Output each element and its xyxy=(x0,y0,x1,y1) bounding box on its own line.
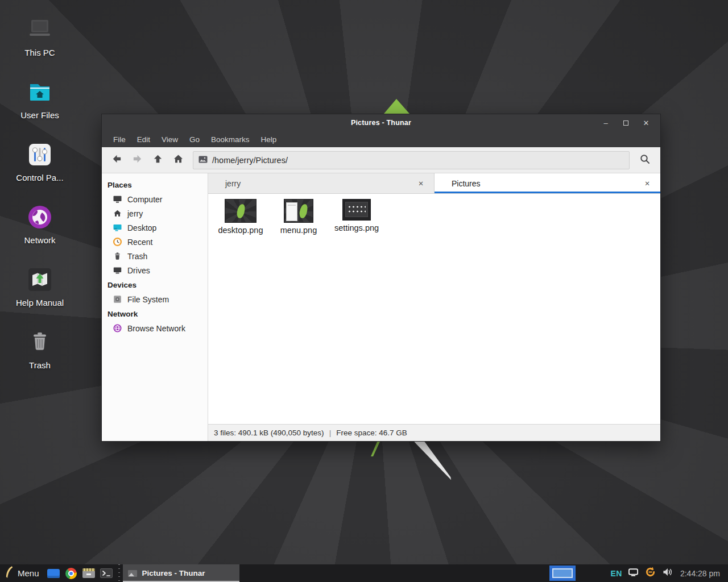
update-manager-tray-item[interactable] xyxy=(642,564,659,582)
sidebar-item-trash[interactable]: Trash xyxy=(102,249,208,263)
launcher-file-manager[interactable] xyxy=(45,564,63,582)
desktop-icon-label: Help Manual xyxy=(7,298,73,307)
sidebar-item-computer[interactable]: Computer xyxy=(102,192,208,206)
desktop-icon-label: Trash xyxy=(7,360,73,370)
file-item[interactable]: settings.png xyxy=(328,199,386,232)
maximize-button[interactable] xyxy=(623,120,628,126)
tab-close-icon[interactable]: ✕ xyxy=(416,178,426,189)
tab-label: jerry xyxy=(225,179,241,188)
network-globe-icon xyxy=(7,202,73,232)
home-icon xyxy=(113,209,122,218)
trash-icon xyxy=(113,251,122,261)
file-thumbnail-menu-png xyxy=(284,199,313,223)
home-icon xyxy=(173,153,184,167)
sidebar-header-places: Places xyxy=(102,177,208,192)
status-bar: 3 files: 490.1 kB (490,050 bytes) | Free… xyxy=(208,424,660,441)
desktop-icon-trash[interactable]: Trash xyxy=(7,327,73,370)
system-tray: EN 2:44:28 pm xyxy=(549,564,728,582)
panel-handle[interactable] xyxy=(117,564,122,582)
search-button[interactable] xyxy=(634,150,656,171)
status-separator: | xyxy=(329,429,332,437)
thunar-window: Pictures - Thunar – ✕ File Edit View Go … xyxy=(101,114,661,442)
file-name: settings.png xyxy=(334,223,379,232)
search-icon xyxy=(639,153,651,167)
sidebar-item-jerry[interactable]: jerry xyxy=(102,206,208,221)
desktop-icon-label: This PC xyxy=(7,48,73,57)
file-item[interactable]: desktop.png xyxy=(212,199,270,235)
language-label: EN xyxy=(610,569,622,578)
desktop-display-icon xyxy=(113,223,122,232)
file-item[interactable]: menu.png xyxy=(270,199,328,235)
taskbar: Menu Pictures - Thunar EN 2:44:28 pm xyxy=(0,564,728,582)
forward-button[interactable] xyxy=(127,151,147,170)
menu-view[interactable]: View xyxy=(156,135,184,144)
launcher-terminal[interactable] xyxy=(98,564,115,582)
sidebar-item-browse-network[interactable]: Browse Network xyxy=(102,321,208,335)
back-button[interactable] xyxy=(106,151,127,170)
title-bar[interactable]: Pictures - Thunar – ✕ xyxy=(102,114,660,131)
desktop-icon-control-panel[interactable]: Control Pa... xyxy=(7,140,73,182)
archive-drawer-icon xyxy=(82,568,95,578)
sidebar-item-label: jerry xyxy=(127,209,143,218)
wallpaper-feather-tip xyxy=(384,99,410,114)
tab-close-icon[interactable]: ✕ xyxy=(642,178,652,189)
up-icon xyxy=(152,153,163,167)
chrome-icon xyxy=(65,568,77,579)
start-menu-button[interactable]: Menu xyxy=(0,564,45,582)
sidebar-item-label: Drives xyxy=(127,266,150,275)
display-tray-item[interactable] xyxy=(625,564,642,582)
desktop-icon-label: Control Pa... xyxy=(7,173,73,182)
sidebar-item-label: Recent xyxy=(127,238,152,247)
up-button[interactable] xyxy=(147,151,168,170)
close-button[interactable]: ✕ xyxy=(642,119,650,127)
launcher-archive[interactable] xyxy=(80,564,98,582)
user-files-folder-icon xyxy=(7,77,73,107)
desktop-icon-label: User Files xyxy=(7,110,73,120)
keyboard-layout-indicator[interactable]: EN xyxy=(607,564,624,582)
sidebar-item-label: Computer xyxy=(127,195,162,204)
home-button[interactable] xyxy=(168,151,188,170)
minimize-button[interactable]: – xyxy=(602,119,610,127)
trash-can-icon xyxy=(7,327,73,357)
taskbar-window-button[interactable]: Pictures - Thunar xyxy=(123,564,239,582)
tab-jerry[interactable]: jerry ✕ xyxy=(208,173,435,193)
pc-icon xyxy=(7,15,73,44)
filesystem-drive-icon xyxy=(113,294,122,304)
start-menu-label: Menu xyxy=(18,568,39,578)
status-free-space: Free space: 46.7 GB xyxy=(336,429,407,437)
menu-help[interactable]: Help xyxy=(255,135,283,144)
volume-icon xyxy=(662,567,673,579)
desktop-icon-network[interactable]: Network xyxy=(7,202,73,245)
workspace-switcher[interactable] xyxy=(549,566,576,581)
file-view[interactable]: desktop.png menu.png settings.png xyxy=(208,194,660,424)
toolbar: /home/jerry/Pictures/ xyxy=(102,147,660,173)
window-title: Pictures - Thunar xyxy=(102,119,660,127)
active-workspace xyxy=(552,568,573,578)
path-text: /home/jerry/Pictures/ xyxy=(212,156,288,165)
desktop-icon-this-pc[interactable]: This PC xyxy=(7,15,73,57)
menu-bookmarks[interactable]: Bookmarks xyxy=(205,135,255,144)
side-pane: Places Computer jerry Desktop Recent Tra… xyxy=(102,173,208,441)
file-thumbnail-desktop-png xyxy=(225,199,257,223)
sidebar-item-drives[interactable]: Drives xyxy=(102,263,208,277)
desktop-icon-user-files[interactable]: User Files xyxy=(7,77,73,120)
clock[interactable]: 2:44:28 pm xyxy=(676,569,723,578)
drives-icon xyxy=(113,265,122,275)
sidebar-item-recent[interactable]: Recent xyxy=(102,235,208,249)
file-name: desktop.png xyxy=(218,226,263,235)
menu-file[interactable]: File xyxy=(107,135,131,144)
feather-logo-icon xyxy=(5,566,13,581)
menu-edit[interactable]: Edit xyxy=(131,135,156,144)
sidebar-item-label: Trash xyxy=(127,252,147,261)
menu-bar: File Edit View Go Bookmarks Help xyxy=(102,131,660,147)
volume-tray-item[interactable] xyxy=(659,564,676,582)
tab-pictures[interactable]: Pictures ✕ xyxy=(435,173,660,193)
sidebar-item-desktop[interactable]: Desktop xyxy=(102,221,208,235)
menu-go[interactable]: Go xyxy=(184,135,205,144)
desktop-icon-help-manual[interactable]: Help Manual xyxy=(7,265,73,307)
path-bar[interactable]: /home/jerry/Pictures/ xyxy=(193,151,630,169)
launcher-chrome[interactable] xyxy=(63,564,80,582)
sidebar-item-file-system[interactable]: File System xyxy=(102,292,208,306)
forward-icon xyxy=(132,153,143,167)
control-panel-icon xyxy=(7,140,73,169)
